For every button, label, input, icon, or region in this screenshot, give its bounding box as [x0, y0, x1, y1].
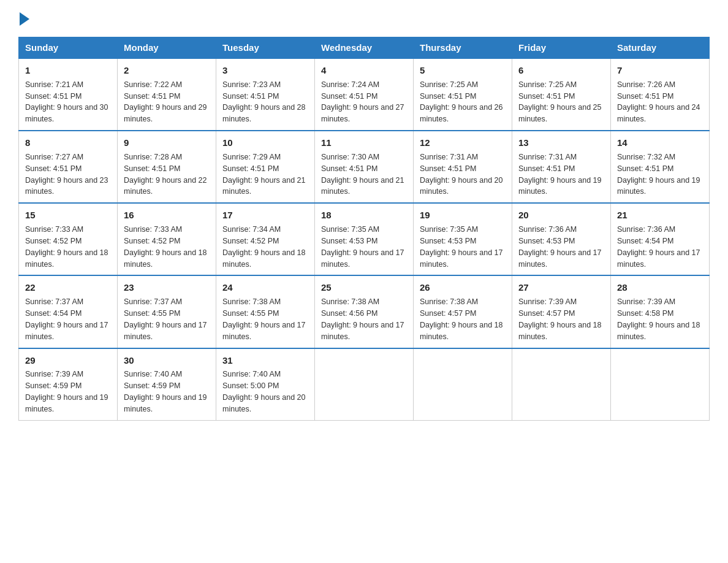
day-number: 13 — [518, 136, 604, 150]
day-daylight: Daylight: 9 hours and 20 minutes. — [222, 393, 306, 413]
calendar-cell: 27Sunrise: 7:39 AMSunset: 4:57 PMDayligh… — [512, 275, 611, 348]
day-daylight: Daylight: 9 hours and 26 minutes. — [420, 103, 503, 123]
day-sunset: Sunset: 4:52 PM — [25, 237, 82, 245]
day-sunrise: Sunrise: 7:23 AM — [222, 80, 281, 89]
day-daylight: Daylight: 9 hours and 17 minutes. — [222, 321, 306, 341]
calendar-cell: 9Sunrise: 7:28 AMSunset: 4:51 PMDaylight… — [118, 131, 216, 203]
day-sunrise: Sunrise: 7:32 AM — [617, 153, 675, 161]
day-sunrise: Sunrise: 7:40 AM — [124, 370, 182, 378]
calendar-cell — [512, 348, 611, 421]
day-sunrise: Sunrise: 7:40 AM — [222, 370, 281, 378]
day-number: 23 — [124, 281, 210, 294]
day-sunrise: Sunrise: 7:29 AM — [222, 153, 281, 161]
day-daylight: Daylight: 9 hours and 25 minutes. — [518, 103, 602, 123]
day-sunset: Sunset: 4:57 PM — [518, 309, 575, 318]
day-sunrise: Sunrise: 7:33 AM — [25, 225, 83, 234]
day-number: 1 — [25, 64, 111, 77]
day-sunset: Sunset: 4:51 PM — [617, 92, 673, 101]
day-sunrise: Sunrise: 7:39 AM — [518, 297, 577, 306]
day-number: 12 — [420, 136, 506, 150]
day-number: 29 — [25, 354, 111, 367]
day-daylight: Daylight: 9 hours and 29 minutes. — [124, 103, 207, 123]
day-sunrise: Sunrise: 7:27 AM — [25, 153, 83, 161]
day-sunset: Sunset: 4:51 PM — [222, 164, 279, 173]
day-sunrise: Sunrise: 7:26 AM — [617, 80, 675, 89]
day-sunset: Sunset: 4:51 PM — [518, 164, 575, 173]
day-header-tuesday: Tuesday — [216, 37, 315, 59]
day-header-friday: Friday — [512, 37, 611, 59]
day-daylight: Daylight: 9 hours and 19 minutes. — [25, 393, 108, 413]
day-number: 17 — [222, 209, 308, 222]
day-daylight: Daylight: 9 hours and 21 minutes. — [321, 176, 404, 196]
day-sunrise: Sunrise: 7:25 AM — [518, 80, 577, 89]
calendar-cell: 31Sunrise: 7:40 AMSunset: 5:00 PMDayligh… — [216, 348, 315, 421]
day-daylight: Daylight: 9 hours and 17 minutes. — [518, 248, 602, 269]
day-number: 10 — [222, 136, 308, 150]
week-row-1: 1Sunrise: 7:21 AMSunset: 4:51 PMDaylight… — [19, 58, 710, 131]
day-sunset: Sunset: 4:51 PM — [518, 92, 575, 101]
day-sunset: Sunset: 4:53 PM — [321, 237, 377, 245]
day-sunrise: Sunrise: 7:35 AM — [321, 225, 379, 234]
day-sunrise: Sunrise: 7:39 AM — [617, 297, 675, 306]
day-sunset: Sunset: 4:51 PM — [124, 164, 180, 173]
calendar-cell: 25Sunrise: 7:38 AMSunset: 4:56 PMDayligh… — [315, 275, 414, 348]
day-sunset: Sunset: 4:54 PM — [617, 237, 673, 245]
day-number: 21 — [617, 209, 703, 222]
day-daylight: Daylight: 9 hours and 19 minutes. — [518, 176, 602, 196]
week-row-4: 22Sunrise: 7:37 AMSunset: 4:54 PMDayligh… — [19, 275, 710, 348]
day-number: 28 — [617, 281, 703, 294]
day-sunset: Sunset: 4:53 PM — [420, 237, 476, 245]
day-number: 24 — [222, 281, 308, 294]
day-sunset: Sunset: 4:55 PM — [222, 309, 279, 318]
page-header — [18, 12, 710, 26]
calendar-cell — [414, 348, 512, 421]
day-sunset: Sunset: 4:51 PM — [321, 164, 377, 173]
day-daylight: Daylight: 9 hours and 19 minutes. — [124, 393, 207, 413]
calendar-cell: 1Sunrise: 7:21 AMSunset: 4:51 PMDaylight… — [19, 58, 118, 131]
day-daylight: Daylight: 9 hours and 19 minutes. — [617, 176, 700, 196]
day-daylight: Daylight: 9 hours and 28 minutes. — [222, 103, 306, 123]
calendar-cell: 28Sunrise: 7:39 AMSunset: 4:58 PMDayligh… — [611, 275, 710, 348]
day-sunrise: Sunrise: 7:36 AM — [617, 225, 675, 234]
day-daylight: Daylight: 9 hours and 30 minutes. — [25, 103, 108, 123]
day-sunrise: Sunrise: 7:34 AM — [222, 225, 281, 234]
week-row-5: 29Sunrise: 7:39 AMSunset: 4:59 PMDayligh… — [19, 348, 710, 421]
calendar-cell: 7Sunrise: 7:26 AMSunset: 4:51 PMDaylight… — [611, 58, 710, 131]
day-sunset: Sunset: 4:54 PM — [25, 309, 82, 318]
day-sunset: Sunset: 4:51 PM — [420, 164, 476, 173]
day-sunrise: Sunrise: 7:31 AM — [420, 153, 478, 161]
calendar-cell: 4Sunrise: 7:24 AMSunset: 4:51 PMDaylight… — [315, 58, 414, 131]
day-sunset: Sunset: 4:51 PM — [420, 92, 476, 101]
calendar-cell: 26Sunrise: 7:38 AMSunset: 4:57 PMDayligh… — [414, 275, 512, 348]
day-number: 15 — [25, 209, 111, 222]
day-number: 19 — [420, 209, 506, 222]
day-sunrise: Sunrise: 7:35 AM — [420, 225, 478, 234]
calendar-cell: 15Sunrise: 7:33 AMSunset: 4:52 PMDayligh… — [19, 203, 118, 275]
calendar-cell: 16Sunrise: 7:33 AMSunset: 4:52 PMDayligh… — [118, 203, 216, 275]
day-sunset: Sunset: 4:56 PM — [321, 309, 377, 318]
day-sunrise: Sunrise: 7:31 AM — [518, 153, 577, 161]
day-daylight: Daylight: 9 hours and 18 minutes. — [420, 321, 503, 341]
day-number: 20 — [518, 209, 604, 222]
day-number: 18 — [321, 209, 407, 222]
calendar-cell: 18Sunrise: 7:35 AMSunset: 4:53 PMDayligh… — [315, 203, 414, 275]
day-sunset: Sunset: 4:55 PM — [124, 309, 180, 318]
calendar-cell: 10Sunrise: 7:29 AMSunset: 4:51 PMDayligh… — [216, 131, 315, 203]
day-number: 16 — [124, 209, 210, 222]
logo-arrow-icon — [20, 12, 29, 26]
calendar-cell — [315, 348, 414, 421]
day-sunrise: Sunrise: 7:21 AM — [25, 80, 83, 89]
day-sunset: Sunset: 4:59 PM — [25, 381, 82, 390]
calendar-cell: 8Sunrise: 7:27 AMSunset: 4:51 PMDaylight… — [19, 131, 118, 203]
day-daylight: Daylight: 9 hours and 17 minutes. — [420, 248, 503, 269]
day-daylight: Daylight: 9 hours and 24 minutes. — [617, 103, 700, 123]
calendar-cell: 2Sunrise: 7:22 AMSunset: 4:51 PMDaylight… — [118, 58, 216, 131]
day-daylight: Daylight: 9 hours and 21 minutes. — [222, 176, 306, 196]
day-daylight: Daylight: 9 hours and 20 minutes. — [420, 176, 503, 196]
day-number: 30 — [124, 354, 210, 367]
day-daylight: Daylight: 9 hours and 17 minutes. — [321, 321, 404, 341]
days-header-row: SundayMondayTuesdayWednesdayThursdayFrid… — [19, 37, 710, 59]
calendar-cell: 21Sunrise: 7:36 AMSunset: 4:54 PMDayligh… — [611, 203, 710, 275]
calendar-cell — [611, 348, 710, 421]
day-sunrise: Sunrise: 7:24 AM — [321, 80, 379, 89]
